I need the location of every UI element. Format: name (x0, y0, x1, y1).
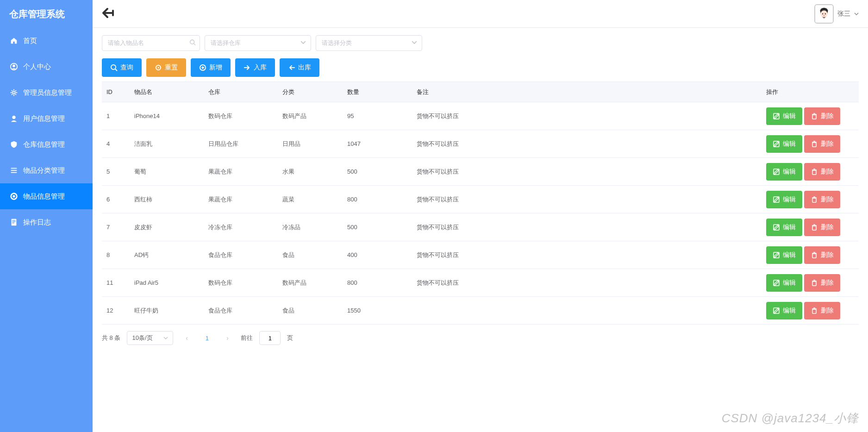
edit-icon (773, 279, 780, 287)
cell-op: 编辑 删除 (762, 297, 859, 325)
sidebar-item-goods[interactable]: 物品信息管理 (0, 183, 93, 209)
cell-id: 5 (102, 158, 130, 186)
cell-id: 7 (102, 213, 130, 241)
current-page[interactable]: 1 (200, 331, 214, 345)
add-button[interactable]: 新增 (191, 58, 231, 77)
svg-rect-5 (11, 170, 17, 171)
sidebar: 仓库管理系统 首页个人中心管理员信息管理用户信息管理仓库信息管理物品分类管理物品… (0, 0, 93, 432)
goods-table: ID 物品名 仓库 分类 数量 备注 操作 1iPhone14数码仓库数码产品9… (102, 81, 859, 325)
svg-point-15 (822, 13, 823, 14)
cell-category: 日用品 (278, 130, 343, 158)
reset-button[interactable]: 重置 (146, 58, 186, 77)
filter-row: 请输入物品名 请选择仓库 请选择分类 (102, 35, 859, 51)
edit-icon (773, 196, 780, 203)
total-text: 共 8 条 (102, 334, 120, 342)
category-select[interactable]: 请选择分类 (316, 35, 422, 51)
chevron-down-icon (163, 336, 168, 340)
svg-rect-35 (812, 170, 816, 175)
edit-icon (773, 168, 780, 175)
svg-rect-10 (12, 220, 15, 221)
edit-button[interactable]: 编辑 (766, 191, 802, 208)
user-menu[interactable]: 张三 (814, 4, 859, 24)
delete-button[interactable]: 删除 (804, 135, 840, 153)
table-row: 1iPhone14数码仓库数码产品95货物不可以挤压编辑 删除 (102, 102, 859, 130)
doc-icon (9, 218, 19, 227)
cell-id: 11 (102, 269, 130, 297)
th-quantity: 数量 (343, 82, 412, 102)
cell-category: 数码产品 (278, 269, 343, 297)
cell-remark: 货物不可以挤压 (412, 130, 762, 158)
edit-button[interactable]: 编辑 (766, 219, 802, 236)
edit-button[interactable]: 编辑 (766, 246, 802, 264)
page-size-select[interactable]: 10条/页 (127, 331, 173, 345)
cell-remark: 货物不可以挤压 (412, 269, 762, 297)
cell-warehouse: 食品仓库 (204, 297, 278, 325)
next-page-button[interactable]: › (220, 331, 234, 345)
cell-id: 8 (102, 241, 130, 269)
edit-button[interactable]: 编辑 (766, 163, 802, 181)
stock-in-button[interactable]: 入库 (235, 58, 275, 77)
cell-remark: 货物不可以挤压 (412, 186, 762, 213)
sidebar-item-home[interactable]: 首页 (0, 28, 93, 54)
cell-category: 食品 (278, 241, 343, 269)
delete-button[interactable]: 删除 (804, 302, 840, 319)
trash-icon (811, 279, 818, 287)
svg-rect-47 (812, 254, 816, 258)
edit-button[interactable]: 编辑 (766, 135, 802, 153)
goto-input[interactable] (259, 331, 281, 345)
cell-quantity: 500 (343, 158, 412, 186)
sidebar-item-categories[interactable]: 物品分类管理 (0, 157, 93, 183)
svg-point-3 (12, 116, 15, 119)
svg-point-8 (12, 195, 15, 197)
svg-point-16 (825, 13, 826, 14)
delete-button[interactable]: 删除 (804, 191, 840, 208)
cell-warehouse: 果蔬仓库 (204, 186, 278, 213)
table-row: 5葡萄果蔬仓库水果500货物不可以挤压编辑 删除 (102, 158, 859, 186)
table-row: 4洁面乳日用品仓库日用品1047货物不可以挤压编辑 删除 (102, 130, 859, 158)
svg-point-17 (190, 40, 194, 44)
edit-button[interactable]: 编辑 (766, 302, 802, 319)
sidebar-item-logs[interactable]: 操作日志 (0, 209, 93, 235)
chevron-down-icon (412, 40, 417, 47)
delete-button[interactable]: 删除 (804, 163, 840, 181)
sidebar-item-users[interactable]: 用户信息管理 (0, 106, 93, 131)
edit-button[interactable]: 编辑 (766, 107, 802, 125)
list-icon (9, 166, 19, 175)
svg-rect-39 (812, 198, 816, 202)
th-category: 分类 (278, 82, 343, 102)
goto-suffix: 页 (287, 334, 293, 342)
edit-icon (773, 307, 780, 314)
stock-out-button[interactable]: 出库 (280, 58, 319, 77)
sidebar-item-label: 仓库信息管理 (23, 140, 65, 149)
search-input[interactable]: 请输入物品名 (102, 35, 200, 51)
warehouse-placeholder: 请选择仓库 (211, 39, 241, 47)
sidebar-item-admin[interactable]: 管理员信息管理 (0, 80, 93, 106)
pagination: 共 8 条 10条/页 ‹ 1 › 前往 页 (102, 331, 859, 345)
delete-button[interactable]: 删除 (804, 107, 840, 125)
delete-button[interactable]: 删除 (804, 274, 840, 292)
cell-quantity: 400 (343, 241, 412, 269)
cell-quantity: 800 (343, 269, 412, 297)
th-id: ID (102, 82, 130, 102)
delete-button[interactable]: 删除 (804, 246, 840, 264)
shield-icon (9, 140, 19, 149)
sidebar-item-warehouses[interactable]: 仓库信息管理 (0, 131, 93, 157)
th-op: 操作 (762, 82, 859, 102)
cell-name: 西红柿 (130, 186, 204, 213)
cell-quantity: 500 (343, 213, 412, 241)
cell-category: 冷冻品 (278, 213, 343, 241)
prev-page-button[interactable]: ‹ (180, 331, 194, 345)
chevron-down-icon (300, 40, 306, 47)
avatar (814, 4, 834, 24)
warehouse-select[interactable]: 请选择仓库 (205, 35, 311, 51)
svg-rect-27 (812, 115, 816, 119)
back-button[interactable] (102, 7, 117, 20)
svg-point-22 (158, 67, 159, 69)
delete-button[interactable]: 删除 (804, 219, 840, 236)
cell-remark (412, 297, 762, 325)
sidebar-item-personal[interactable]: 个人中心 (0, 54, 93, 80)
edit-button[interactable]: 编辑 (766, 274, 802, 292)
cell-name: 皮皮虾 (130, 213, 204, 241)
svg-rect-51 (812, 282, 816, 286)
query-button[interactable]: 查询 (102, 58, 142, 77)
